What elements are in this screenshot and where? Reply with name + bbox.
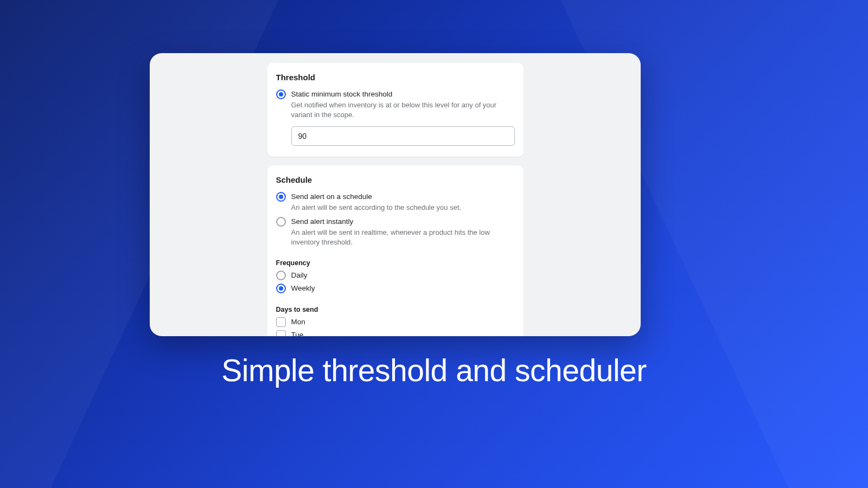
day-checkbox-mon[interactable] bbox=[276, 317, 286, 327]
days-list: MonTueWedThuFriSat bbox=[276, 316, 515, 336]
static-threshold-desc: Get notified when inventory is at or bel… bbox=[291, 100, 515, 120]
send-instant-label: Send alert instantly bbox=[291, 217, 515, 227]
settings-window: Threshold Static minimum stock threshold… bbox=[150, 53, 641, 336]
frequency-daily-radio[interactable] bbox=[276, 271, 286, 280]
days-to-send-label: Days to send bbox=[276, 306, 515, 313]
tagline: Simple threshold and scheduler bbox=[0, 352, 868, 388]
frequency-label: Frequency bbox=[276, 259, 515, 267]
schedule-card: Schedule Send alert on a schedule An ale… bbox=[267, 165, 524, 336]
frequency-daily-label: Daily bbox=[291, 271, 308, 280]
day-checkbox-tue[interactable] bbox=[276, 330, 286, 336]
threshold-value-input[interactable] bbox=[291, 126, 515, 146]
schedule-heading: Schedule bbox=[276, 175, 515, 184]
day-label-mon: Mon bbox=[291, 317, 305, 327]
send-scheduled-desc: An alert will be sent according to the s… bbox=[291, 203, 515, 213]
frequency-weekly-radio[interactable] bbox=[276, 284, 286, 293]
day-label-tue: Tue bbox=[291, 330, 304, 336]
send-scheduled-label: Send alert on a schedule bbox=[291, 192, 515, 202]
send-scheduled-radio[interactable] bbox=[276, 192, 286, 202]
send-instant-radio[interactable] bbox=[276, 217, 286, 227]
threshold-heading: Threshold bbox=[276, 73, 515, 82]
send-instant-desc: An alert will be sent in realtime, whene… bbox=[291, 228, 515, 247]
frequency-weekly-label: Weekly bbox=[291, 284, 315, 293]
static-threshold-radio[interactable] bbox=[276, 89, 286, 99]
static-threshold-label: Static minimum stock threshold bbox=[291, 89, 515, 99]
threshold-card: Threshold Static minimum stock threshold… bbox=[267, 63, 524, 157]
